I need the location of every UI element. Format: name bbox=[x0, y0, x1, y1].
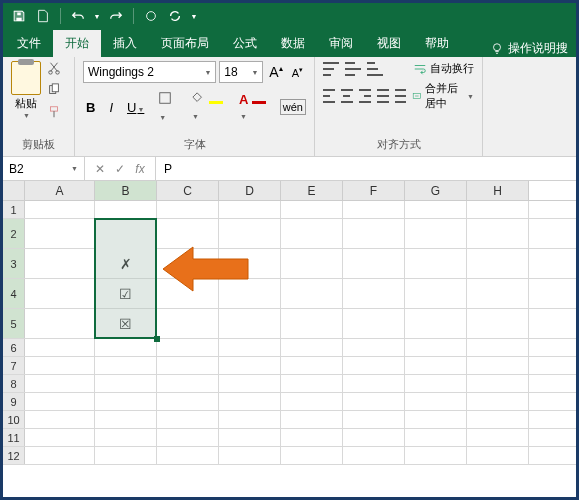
align-right-icon[interactable] bbox=[359, 89, 371, 103]
qat-customize-icon[interactable]: ▼ bbox=[189, 6, 199, 26]
row-header-8[interactable]: 8 bbox=[3, 375, 25, 392]
increase-indent-icon[interactable] bbox=[395, 89, 407, 103]
cell-E1[interactable] bbox=[281, 201, 343, 218]
cell-F9[interactable] bbox=[343, 393, 405, 410]
cell-H1[interactable] bbox=[467, 201, 529, 218]
cell-D6[interactable] bbox=[219, 339, 281, 356]
cell-F4[interactable] bbox=[343, 279, 405, 308]
border-button[interactable]: ▼ bbox=[155, 89, 180, 125]
tab-data[interactable]: 数据 bbox=[269, 30, 317, 57]
cell-H11[interactable] bbox=[467, 429, 529, 446]
cell-G2[interactable] bbox=[405, 219, 467, 248]
name-box[interactable]: B2 ▼ bbox=[3, 157, 85, 180]
cell-A12[interactable] bbox=[25, 447, 95, 464]
cell-F6[interactable] bbox=[343, 339, 405, 356]
cell-B9[interactable] bbox=[95, 393, 157, 410]
grow-font-icon[interactable]: A▴ bbox=[266, 62, 285, 82]
column-header-H[interactable]: H bbox=[467, 181, 529, 200]
cell-C7[interactable] bbox=[157, 357, 219, 374]
cell-E3[interactable] bbox=[281, 249, 343, 278]
row-header-4[interactable]: 4 bbox=[3, 279, 25, 308]
cell-A7[interactable] bbox=[25, 357, 95, 374]
save-icon[interactable] bbox=[9, 6, 29, 26]
cell-H6[interactable] bbox=[467, 339, 529, 356]
cell-A3[interactable] bbox=[25, 249, 95, 278]
cell-H9[interactable] bbox=[467, 393, 529, 410]
tell-me-search[interactable]: 操作说明搜 bbox=[482, 40, 576, 57]
cell-G3[interactable] bbox=[405, 249, 467, 278]
underline-button[interactable]: U▼ bbox=[124, 98, 147, 117]
cell-G6[interactable] bbox=[405, 339, 467, 356]
cell-G4[interactable] bbox=[405, 279, 467, 308]
align-middle-icon[interactable] bbox=[345, 62, 361, 76]
cell-F2[interactable] bbox=[343, 219, 405, 248]
cell-A4[interactable] bbox=[25, 279, 95, 308]
merge-center-button[interactable]: 合并后居中 ▼ bbox=[412, 81, 474, 111]
cell-C5[interactable] bbox=[157, 309, 219, 338]
cell-H12[interactable] bbox=[467, 447, 529, 464]
cell-A2[interactable] bbox=[25, 219, 95, 248]
cell-F5[interactable] bbox=[343, 309, 405, 338]
row-header-6[interactable]: 6 bbox=[3, 339, 25, 356]
cell-F7[interactable] bbox=[343, 357, 405, 374]
cell-C12[interactable] bbox=[157, 447, 219, 464]
row-header-9[interactable]: 9 bbox=[3, 393, 25, 410]
cell-F3[interactable] bbox=[343, 249, 405, 278]
cell-D12[interactable] bbox=[219, 447, 281, 464]
undo-icon[interactable] bbox=[68, 6, 88, 26]
cell-E8[interactable] bbox=[281, 375, 343, 392]
tab-review[interactable]: 审阅 bbox=[317, 30, 365, 57]
cell-E4[interactable] bbox=[281, 279, 343, 308]
bold-button[interactable]: B bbox=[83, 98, 98, 117]
cell-F11[interactable] bbox=[343, 429, 405, 446]
cell-B6[interactable] bbox=[95, 339, 157, 356]
column-header-D[interactable]: D bbox=[219, 181, 281, 200]
cell-B5[interactable]: ☒ bbox=[95, 309, 157, 338]
cell-D3[interactable] bbox=[219, 249, 281, 278]
redo-icon[interactable] bbox=[106, 6, 126, 26]
align-top-icon[interactable] bbox=[323, 62, 339, 76]
enter-icon[interactable]: ✓ bbox=[111, 162, 129, 176]
wrap-text-button[interactable]: 自动换行 bbox=[413, 61, 474, 76]
italic-button[interactable]: I bbox=[106, 98, 116, 117]
cell-G9[interactable] bbox=[405, 393, 467, 410]
cell-B12[interactable] bbox=[95, 447, 157, 464]
cell-E11[interactable] bbox=[281, 429, 343, 446]
cell-F1[interactable] bbox=[343, 201, 405, 218]
cell-G1[interactable] bbox=[405, 201, 467, 218]
cell-D8[interactable] bbox=[219, 375, 281, 392]
cell-A8[interactable] bbox=[25, 375, 95, 392]
cell-G11[interactable] bbox=[405, 429, 467, 446]
cell-E5[interactable] bbox=[281, 309, 343, 338]
spreadsheet-grid[interactable]: ABCDEFGH 12✓3✗4☑5☒6789101112 bbox=[3, 181, 576, 465]
cell-E6[interactable] bbox=[281, 339, 343, 356]
cell-G7[interactable] bbox=[405, 357, 467, 374]
cell-B8[interactable] bbox=[95, 375, 157, 392]
cell-A9[interactable] bbox=[25, 393, 95, 410]
touch-mode-icon[interactable] bbox=[141, 6, 161, 26]
copy-icon[interactable] bbox=[47, 83, 61, 101]
cell-E7[interactable] bbox=[281, 357, 343, 374]
tab-home[interactable]: 开始 bbox=[53, 30, 101, 57]
sync-icon[interactable] bbox=[165, 6, 185, 26]
align-center-icon[interactable] bbox=[341, 89, 353, 103]
row-header-12[interactable]: 12 bbox=[3, 447, 25, 464]
fill-color-button[interactable]: ▼ bbox=[188, 90, 228, 124]
cell-A5[interactable] bbox=[25, 309, 95, 338]
cell-C4[interactable] bbox=[157, 279, 219, 308]
font-color-button[interactable]: A ▼ bbox=[236, 90, 272, 124]
select-all-corner[interactable] bbox=[3, 181, 25, 200]
column-header-B[interactable]: B bbox=[95, 181, 157, 200]
row-header-5[interactable]: 5 bbox=[3, 309, 25, 338]
cell-H3[interactable] bbox=[467, 249, 529, 278]
tab-file[interactable]: 文件 bbox=[5, 30, 53, 57]
decrease-indent-icon[interactable] bbox=[377, 89, 389, 103]
cell-H5[interactable] bbox=[467, 309, 529, 338]
cell-D1[interactable] bbox=[219, 201, 281, 218]
row-header-3[interactable]: 3 bbox=[3, 249, 25, 278]
font-size-dropdown[interactable]: 18 ▼ bbox=[219, 61, 263, 83]
cell-A10[interactable] bbox=[25, 411, 95, 428]
tab-formulas[interactable]: 公式 bbox=[221, 30, 269, 57]
row-header-11[interactable]: 11 bbox=[3, 429, 25, 446]
cell-G8[interactable] bbox=[405, 375, 467, 392]
